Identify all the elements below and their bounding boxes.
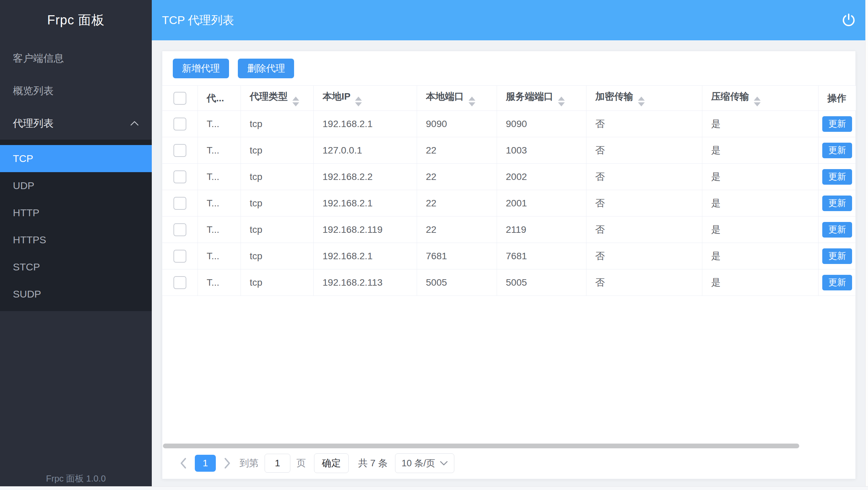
cell-compressed: 是: [702, 243, 819, 269]
cell-local_port: 5005: [417, 269, 497, 296]
cell-local_port: 9090: [417, 111, 497, 137]
column-header-0: [162, 86, 198, 111]
sort-caret-icon[interactable]: [754, 97, 761, 106]
update-button[interactable]: 更新: [822, 143, 852, 158]
page-number-button[interactable]: 1: [195, 455, 216, 472]
table-row: T...tcp127.0.0.1221003否是更新: [162, 137, 856, 164]
cell-type: tcp: [241, 243, 314, 269]
add-proxy-button[interactable]: 新增代理: [173, 59, 229, 78]
proxy-table: 代...代理类型本地IP本地端口服务端端口加密传输压缩传输操作 T...tcp1…: [162, 85, 856, 296]
submenu-item-https[interactable]: HTTPS: [0, 226, 152, 253]
column-header-3[interactable]: 本地IP: [314, 86, 417, 111]
cell-local_port: 7681: [417, 243, 497, 269]
sidebar-item-client-info[interactable]: 客户端信息: [0, 42, 152, 75]
cell-local_port: 22: [417, 164, 497, 190]
cell-encrypted: 否: [586, 111, 702, 137]
sort-caret-icon[interactable]: [292, 97, 299, 106]
app-version: Frpc 面板 1.0.0: [0, 473, 152, 485]
cell-local_ip: 192.168.2.1: [314, 111, 417, 137]
row-checkbox[interactable]: [173, 276, 186, 289]
page-header: TCP 代理列表: [152, 0, 868, 40]
submenu-item-label: HTTP: [13, 207, 39, 219]
cell-compressed: 是: [702, 217, 819, 243]
cell-encrypted: 否: [586, 243, 702, 269]
column-label: 压缩传输: [711, 91, 749, 102]
delete-proxy-button[interactable]: 删除代理: [238, 59, 294, 78]
update-button[interactable]: 更新: [822, 196, 852, 211]
cell-compressed: 是: [702, 164, 819, 190]
toolbar: 新增代理 删除代理: [162, 51, 855, 85]
column-header-2[interactable]: 代理类型: [241, 86, 314, 111]
cell-remote_port: 7681: [497, 243, 586, 269]
prev-page-button[interactable]: [174, 457, 193, 469]
submenu-item-label: UDP: [13, 180, 34, 191]
row-checkbox-cell: [162, 190, 198, 217]
cell-remote_port: 2001: [497, 190, 586, 217]
submenu-item-tcp[interactable]: TCP: [0, 145, 152, 172]
jump-prefix-label: 到第: [240, 457, 259, 470]
row-actions-cell: 更新: [819, 164, 856, 190]
submenu-item-http[interactable]: HTTP: [0, 199, 152, 226]
update-button[interactable]: 更新: [822, 248, 852, 264]
next-page-button[interactable]: [218, 457, 236, 469]
update-button[interactable]: 更新: [822, 275, 852, 290]
row-checkbox-cell: [162, 111, 198, 137]
column-header-1: 代...: [198, 86, 241, 111]
column-header-4[interactable]: 本地端口: [417, 86, 497, 111]
submenu-item-udp[interactable]: UDP: [0, 172, 152, 199]
update-button[interactable]: 更新: [822, 116, 852, 132]
cell-local_ip: 192.168.2.113: [314, 269, 417, 296]
submenu-item-stcp[interactable]: STCP: [0, 253, 152, 281]
app-title: Frpc 面板: [0, 0, 152, 40]
row-checkbox[interactable]: [173, 170, 186, 183]
cell-type: tcp: [241, 164, 314, 190]
submenu-item-label: STCP: [13, 261, 40, 273]
cell-local_ip: 192.168.2.2: [314, 164, 417, 190]
proxy-list-card: 新增代理 删除代理 代...代理类型本地IP本地端口服务端端口加密传输压缩传输操…: [162, 51, 856, 479]
submenu-item-label: HTTPS: [13, 234, 46, 246]
cell-local_ip: 192.168.2.1: [314, 243, 417, 269]
cell-local_port: 22: [417, 190, 497, 217]
sort-caret-icon[interactable]: [355, 97, 362, 106]
row-checkbox[interactable]: [173, 250, 186, 263]
row-checkbox-cell: [162, 164, 198, 190]
row-checkbox[interactable]: [173, 118, 186, 130]
page-size-label: 10 条/页: [401, 457, 435, 469]
table-row: T...tcp192.168.2.1222001否是更新: [162, 190, 856, 217]
row-checkbox[interactable]: [173, 144, 186, 157]
cell-name: T...: [198, 137, 241, 164]
row-checkbox[interactable]: [173, 197, 186, 210]
page-size-select[interactable]: 10 条/页: [395, 453, 454, 473]
sort-caret-icon[interactable]: [469, 97, 475, 106]
update-button[interactable]: 更新: [822, 169, 852, 185]
sidebar-menu: 客户端信息概览列表代理列表: [0, 42, 152, 140]
cell-name: T...: [198, 243, 241, 269]
browser-horizontal-scrollbar[interactable]: [0, 486, 868, 490]
column-header-6[interactable]: 加密传输: [586, 86, 702, 111]
sidebar-item-proxy-list[interactable]: 代理列表: [0, 107, 152, 140]
browser-vertical-scrollbar[interactable]: [865, 0, 868, 490]
column-header-5[interactable]: 服务端端口: [497, 86, 586, 111]
column-label: 代...: [207, 93, 224, 103]
select-all-checkbox[interactable]: [173, 92, 186, 105]
jump-page-input[interactable]: [265, 454, 290, 473]
sidebar-item-overview-list[interactable]: 概览列表: [0, 75, 152, 107]
column-label: 代理类型: [250, 91, 288, 102]
row-checkbox[interactable]: [173, 223, 186, 236]
jump-suffix-label: 页: [296, 457, 306, 470]
sort-caret-icon[interactable]: [638, 97, 645, 106]
submenu-item-label: SUDP: [13, 288, 41, 300]
column-header-7[interactable]: 压缩传输: [702, 86, 819, 111]
pagination: 1 到第 页 确定 共 7 条 10 条/页: [162, 448, 855, 479]
update-button[interactable]: 更新: [822, 222, 852, 238]
submenu-item-sudp[interactable]: SUDP: [0, 281, 152, 308]
table-row: T...tcp192.168.2.2222002否是更新: [162, 164, 856, 190]
sort-caret-icon[interactable]: [558, 97, 565, 106]
table-row: T...tcp192.168.2.119222119否是更新: [162, 217, 856, 243]
confirm-button[interactable]: 确定: [314, 453, 349, 473]
proxy-type-submenu: TCPUDPHTTPHTTPSSTCPSUDP: [0, 140, 152, 311]
table-row: T...tcp192.168.2.190909090否是更新: [162, 111, 856, 137]
cell-remote_port: 1003: [497, 137, 586, 164]
power-button[interactable]: [841, 13, 856, 28]
row-checkbox-cell: [162, 243, 198, 269]
